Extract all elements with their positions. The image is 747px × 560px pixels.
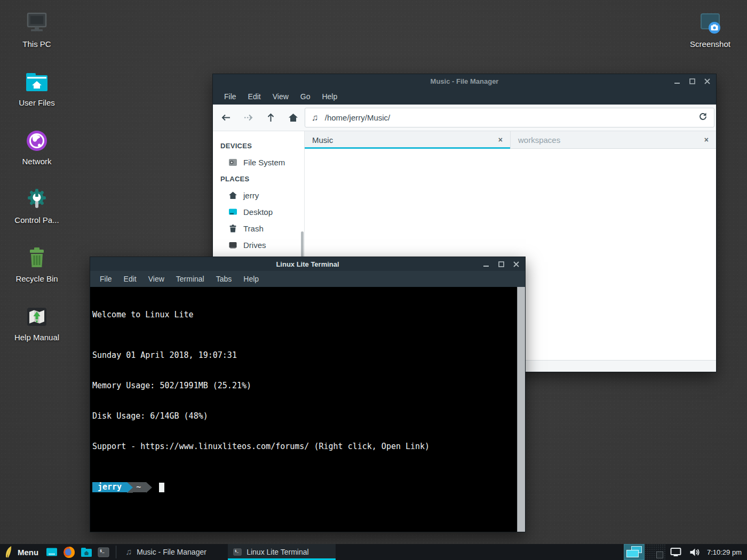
desktop-icon-control-panel[interactable]: Control Pa... (4, 187, 69, 245)
file-manager-toolbar: ♫ /home/jerry/Music/ (213, 105, 716, 131)
workspace-1[interactable] (624, 544, 645, 560)
menu-go[interactable]: Go (295, 89, 316, 105)
desktop-icon-label: Control Pa... (14, 215, 59, 225)
monitor-icon (24, 11, 50, 36)
task-label: Linux Lite Terminal (247, 548, 308, 556)
sidebar-item-file-system[interactable]: File System (213, 154, 304, 171)
trash-icon (24, 245, 50, 271)
terminal-line: Welcome to Linux Lite (92, 310, 514, 320)
workspace-window-thumbnail (656, 551, 663, 558)
tab-workspaces[interactable]: workspaces × (510, 131, 716, 148)
volume-tray-icon[interactable] (689, 548, 700, 557)
terminal-line: Sunday 01 April 2018, 19:07:31 (92, 350, 514, 361)
prompt-directory-segment: ~ (133, 482, 146, 492)
menu-edit[interactable]: Edit (242, 89, 267, 105)
workspace-2[interactable] (645, 544, 665, 560)
forward-button[interactable] (242, 111, 255, 124)
path-bar[interactable]: ♫ /home/jerry/Music/ (305, 108, 714, 127)
terminal-line: Disk Usage: 6/14GB (48%) (92, 411, 514, 421)
terminal-titlebar[interactable]: Linux Lite Terminal (90, 257, 525, 271)
active-tab-underline (305, 147, 510, 149)
menu-view[interactable]: View (267, 89, 295, 105)
trash-icon (228, 224, 237, 233)
desktop-icon-label: Network (22, 157, 51, 166)
up-button[interactable] (265, 111, 277, 124)
terminal-scrollbar[interactable] (517, 287, 525, 532)
terminal-launcher[interactable]: $_ (95, 544, 112, 560)
close-button[interactable] (704, 78, 711, 85)
desktop-icon-label: Help Manual (14, 333, 59, 342)
tab-close-icon[interactable]: × (498, 135, 503, 144)
maximize-button[interactable] (689, 78, 696, 85)
file-manager-menubar: File Edit View Go Help (213, 89, 716, 105)
prompt-user-segment: jerry (92, 482, 127, 492)
firefox-launcher[interactable] (60, 544, 78, 560)
home-button[interactable] (287, 111, 299, 124)
terminal-menubar: File Edit View Terminal Tabs Help (90, 271, 525, 287)
map-icon (24, 304, 50, 330)
show-desktop-button[interactable] (43, 544, 60, 560)
sidebar-item-label: File System (243, 158, 285, 167)
minimize-button[interactable] (483, 261, 490, 268)
desktop-icon (228, 207, 237, 217)
window-title: Linux Lite Terminal (90, 260, 525, 268)
sidebar-item-label: Drives (243, 241, 266, 250)
sidebar-item-home[interactable]: jerry (213, 187, 304, 204)
desktop-icon-recycle-bin[interactable]: Recycle Bin (4, 245, 69, 304)
globe-icon (24, 128, 50, 154)
desktop-icon-user-files[interactable]: User Files (4, 69, 69, 128)
svg-text:$_: $_ (235, 549, 239, 553)
shell-prompt: jerry ~ (92, 482, 514, 492)
terminal-icon: $_ (98, 547, 109, 557)
workspace-switcher (624, 544, 665, 560)
drives-icon (228, 241, 237, 250)
menu-terminal[interactable]: Terminal (170, 271, 210, 287)
display-tray-icon[interactable] (670, 547, 681, 557)
taskbar-separator (116, 546, 116, 558)
menu-label: Menu (18, 548, 38, 557)
terminal-window: Linux Lite Terminal File Edit View Termi… (90, 257, 526, 532)
sidebar-item-label: Desktop (243, 207, 273, 217)
terminal-output-area[interactable]: Welcome to Linux Lite Sunday 01 April 20… (90, 287, 525, 532)
desktop-icon-help-manual[interactable]: Help Manual (4, 304, 69, 363)
taskbar-task-terminal[interactable]: $_ Linux Lite Terminal (228, 544, 336, 560)
menu-help[interactable]: Help (237, 271, 265, 287)
home-folder-icon (81, 547, 92, 557)
back-button[interactable] (220, 111, 232, 124)
start-menu-button[interactable]: Menu (0, 544, 43, 560)
sidebar-scrollbar[interactable] (301, 231, 304, 257)
clock[interactable]: 7:10:29 pm (707, 548, 742, 556)
desktop-icon-label: Screenshot (690, 39, 730, 49)
close-button[interactable] (513, 261, 520, 268)
powerline-arrow-icon (146, 482, 152, 493)
tab-music[interactable]: Music × (305, 131, 510, 148)
sidebar-item-trash[interactable]: Trash (213, 220, 304, 237)
menu-file[interactable]: File (218, 89, 242, 105)
menu-help[interactable]: Help (316, 89, 343, 105)
sidebar-item-desktop[interactable]: Desktop (213, 204, 304, 220)
file-manager-launcher[interactable] (78, 544, 95, 560)
menu-view[interactable]: View (142, 271, 170, 287)
desktop-icon-network[interactable]: Network (4, 128, 69, 187)
maximize-button[interactable] (498, 261, 505, 268)
minimize-button[interactable] (674, 78, 681, 85)
sidebar-item-drives[interactable]: Drives (213, 237, 304, 253)
desktop-icon-this-pc[interactable]: This PC (4, 11, 69, 69)
workspace-window-thumbnail (626, 550, 639, 557)
desktop-icon-screenshot[interactable]: Screenshot (678, 11, 742, 69)
tab-bar: Music × workspaces × (305, 131, 716, 149)
path-text: /home/jerry/Music/ (325, 113, 692, 122)
reload-button[interactable] (698, 112, 708, 123)
menu-tabs[interactable]: Tabs (210, 271, 238, 287)
file-manager-titlebar[interactable]: Music - File Manager (213, 74, 716, 89)
home-icon (228, 191, 237, 200)
linux-lite-feather-icon (4, 546, 13, 558)
menu-file[interactable]: File (94, 271, 118, 287)
terminal-cursor (159, 483, 164, 492)
music-note-icon: ♫ (125, 547, 132, 557)
menu-edit[interactable]: Edit (118, 271, 142, 287)
tab-close-icon[interactable]: × (704, 135, 709, 144)
places-header: PLACES (213, 171, 304, 187)
taskbar-task-file-manager[interactable]: ♫ Music - File Manager (120, 544, 228, 560)
desktop-icon-label: User Files (19, 98, 55, 107)
